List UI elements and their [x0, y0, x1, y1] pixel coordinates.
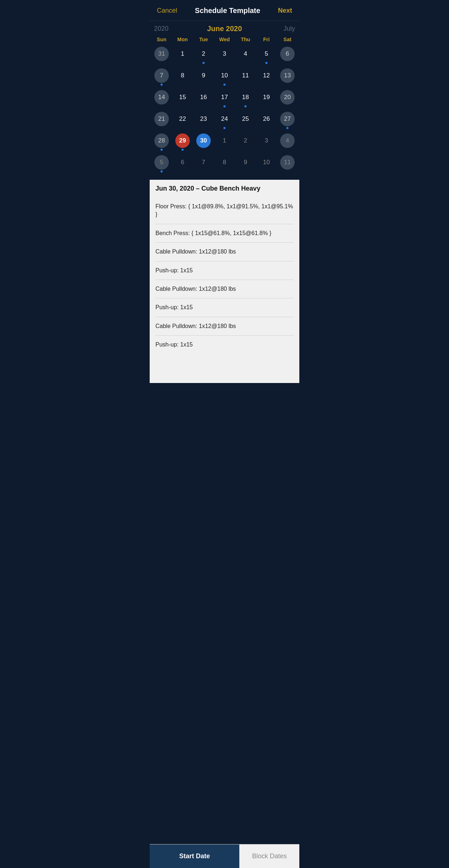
calendar-day[interactable]: 28 — [151, 132, 172, 153]
calendar-day[interactable]: 13 — [277, 67, 298, 88]
calendar-day[interactable]: 24 — [214, 110, 235, 131]
calendar-day[interactable]: 14 — [151, 89, 172, 110]
calendar-day[interactable]: 21 — [151, 110, 172, 131]
calendar-day[interactable]: 11 — [235, 67, 256, 88]
calendar-day[interactable]: 25 — [235, 110, 256, 131]
calendar-day[interactable]: 18 — [235, 89, 256, 110]
day-header-wed: Wed — [214, 35, 235, 44]
day-header-mon: Mon — [172, 35, 193, 44]
calendar-day[interactable]: 9 — [235, 154, 256, 175]
calendar-day[interactable]: 6 — [277, 45, 298, 66]
calendar-day[interactable]: 26 — [256, 110, 277, 131]
detail-date-title: Jun 30, 2020 – Cube Bench Heavy — [155, 185, 294, 192]
calendar-day[interactable]: 3 — [256, 132, 277, 153]
calendar-day[interactable]: 17 — [214, 89, 235, 110]
workout-item: Bench Press: { 1x15@61.8%, 1x15@61.8% } — [155, 224, 294, 243]
calendar-day[interactable]: 5 — [256, 45, 277, 66]
detail-section: Jun 30, 2020 – Cube Bench Heavy Floor Pr… — [150, 180, 299, 383]
workout-list: Floor Press: { 1x1@89.8%, 1x1@91.5%, 1x1… — [155, 197, 294, 354]
calendar-day[interactable]: 7 — [151, 67, 172, 88]
workout-item: Cable Pulldown: 1x12@180 lbs — [155, 243, 294, 261]
next-month-label: July — [277, 25, 295, 33]
month-navigation: 2020 June 2020 July — [151, 25, 298, 35]
prev-month-label: 2020 — [154, 25, 172, 33]
current-month-label: June 2020 — [172, 25, 277, 33]
calendar-day[interactable]: 5 — [151, 154, 172, 175]
calendar-day[interactable]: 27 — [277, 110, 298, 131]
calendar-day[interactable]: 12 — [256, 67, 277, 88]
day-headers-row: Sun Mon Tue Wed Thu Fri Sat — [151, 35, 298, 44]
calendar-day[interactable]: 29 — [172, 132, 193, 153]
calendar-day[interactable]: 19 — [256, 89, 277, 110]
calendar-day[interactable]: 3 — [214, 45, 235, 66]
calendar-day[interactable]: 6 — [172, 154, 193, 175]
calendar-day[interactable]: 31 — [151, 45, 172, 66]
calendar-day[interactable]: 7 — [193, 154, 214, 175]
calendar-day[interactable]: 20 — [277, 89, 298, 110]
calendar-day[interactable]: 1 — [214, 132, 235, 153]
workout-item: Cable Pulldown: 1x12@180 lbs — [155, 317, 294, 336]
calendar-day[interactable]: 10 — [256, 154, 277, 175]
calendar-day[interactable]: 16 — [193, 89, 214, 110]
calendar-day[interactable]: 2 — [193, 45, 214, 66]
day-header-sat: Sat — [277, 35, 298, 44]
calendar-grid: 3112345678910111213141516171819202122232… — [151, 45, 298, 175]
calendar-day[interactable]: 23 — [193, 110, 214, 131]
next-button[interactable]: Next — [278, 7, 292, 14]
calendar-day[interactable]: 4 — [277, 132, 298, 153]
calendar-day[interactable]: 30 — [193, 132, 214, 153]
calendar-day[interactable]: 1 — [172, 45, 193, 66]
day-header-tue: Tue — [193, 35, 214, 44]
calendar-day[interactable]: 8 — [172, 67, 193, 88]
calendar-day[interactable]: 2 — [235, 132, 256, 153]
day-header-thu: Thu — [235, 35, 256, 44]
calendar-day[interactable]: 22 — [172, 110, 193, 131]
calendar-day[interactable]: 11 — [277, 154, 298, 175]
workout-item: Floor Press: { 1x1@89.8%, 1x1@91.5%, 1x1… — [155, 197, 294, 224]
workout-item: Cable Pulldown: 1x12@180 lbs — [155, 280, 294, 298]
calendar-day[interactable]: 10 — [214, 67, 235, 88]
workout-item: Push-up: 1x15 — [155, 336, 294, 354]
app-header: Cancel Schedule Template Next — [150, 0, 299, 21]
workout-item: Push-up: 1x15 — [155, 261, 294, 280]
calendar-day[interactable]: 15 — [172, 89, 193, 110]
cancel-button[interactable]: Cancel — [157, 7, 177, 14]
page-title: Schedule Template — [195, 7, 260, 15]
calendar-day[interactable]: 9 — [193, 67, 214, 88]
day-header-sun: Sun — [151, 35, 172, 44]
calendar-day[interactable]: 4 — [235, 45, 256, 66]
workout-item: Push-up: 1x15 — [155, 298, 294, 317]
calendar-day[interactable]: 8 — [214, 154, 235, 175]
day-header-fri: Fri — [256, 35, 277, 44]
calendar-section: 2020 June 2020 July Sun Mon Tue Wed Thu … — [150, 21, 299, 180]
